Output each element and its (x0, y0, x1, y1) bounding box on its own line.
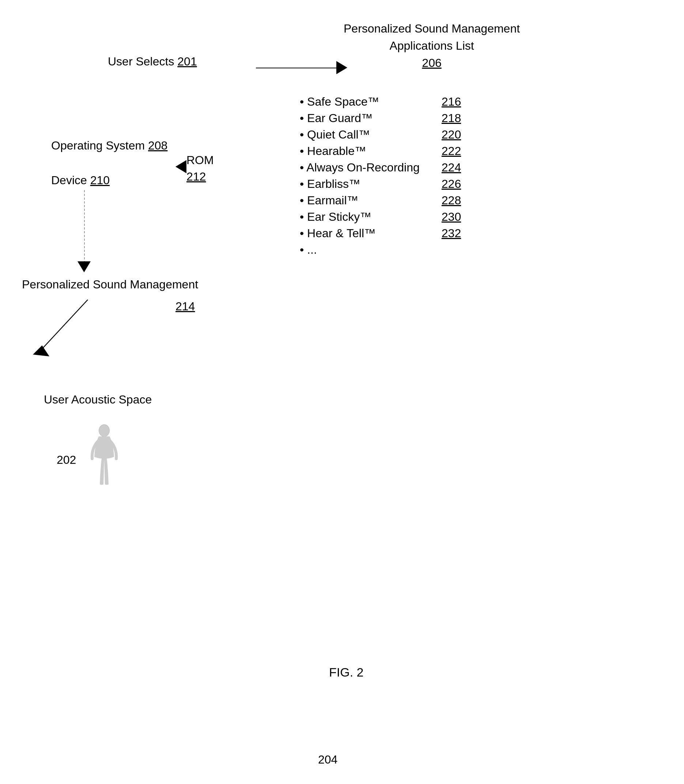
app-name-8: • Hear & Tell™ (300, 227, 376, 240)
person-num-label: 202 (56, 453, 76, 467)
app-list-item: • Hear & Tell™232 (300, 227, 461, 240)
psm-main-text: Personalized Sound Management (22, 278, 198, 291)
psm-num: 214 (176, 300, 195, 313)
arrow-shaft-h (256, 68, 340, 68)
arrow-left-rom (176, 160, 186, 173)
arrow-down-device (77, 261, 91, 272)
user-selects-text: User Selects (108, 55, 174, 68)
app-num-5: 226 (442, 177, 461, 191)
os-label: Operating System 208 (51, 139, 168, 153)
fig-caption-text: FIG. 2 (329, 665, 363, 679)
user-selects-num: 201 (177, 55, 197, 68)
fig-caption: FIG. 2 (329, 665, 363, 679)
app-name-6: • Earmail™ (300, 194, 359, 207)
app-list-item: • ... (300, 243, 461, 257)
app-name-1: • Ear Guard™ (300, 111, 373, 125)
rom-label: ROM (186, 153, 214, 167)
dashed-line-device (84, 190, 85, 263)
user-selects-label: User Selects 201 (108, 55, 197, 68)
user-acoustic-space-text: User Acoustic Space (44, 393, 152, 406)
app-name-3: • Hearable™ (300, 144, 366, 158)
rom-num: 212 (186, 170, 206, 183)
page-num: 204 (318, 753, 337, 766)
psm-main-label: Personalized Sound Management (22, 278, 198, 291)
app-list: • Safe Space™216• Ear Guard™218• Quiet C… (300, 95, 461, 259)
app-num-1: 218 (442, 111, 461, 125)
psm-title-line2: Applications List (389, 39, 474, 52)
person-figure (88, 424, 121, 497)
app-list-item: • Ear Sticky™230 (300, 210, 461, 224)
app-list-item: • Earmail™228 (300, 194, 461, 207)
app-list-item: • Quiet Call™220 (300, 128, 461, 142)
diagram-container: User Selects 201 Personalized Sound Mana… (0, 0, 684, 784)
app-name-0: • Safe Space™ (300, 95, 379, 109)
device-num: 210 (90, 174, 110, 187)
device-label: Device 210 (51, 174, 110, 187)
app-name-4: • Always On-Recording (300, 161, 420, 174)
app-list-item: • Hearable™222 (300, 144, 461, 158)
device-text: Device (51, 174, 87, 187)
app-name-2: • Quiet Call™ (300, 128, 370, 142)
rom-text: ROM (186, 153, 214, 167)
app-num-2: 220 (442, 128, 461, 142)
app-list-item: • Earbliss™226 (300, 177, 461, 191)
app-name-5: • Earbliss™ (300, 177, 360, 191)
app-num-7: 230 (442, 210, 461, 224)
os-text: Operating System (51, 139, 145, 152)
psm-app-list-title: Personalized Sound Management Applicatio… (344, 22, 520, 63)
svg-point-3 (99, 425, 109, 436)
app-list-item: • Ear Guard™218 (300, 111, 461, 125)
app-list-item: • Safe Space™216 (300, 95, 461, 109)
user-acoustic-space-label: User Acoustic Space (44, 393, 152, 406)
app-name-9: • ... (300, 243, 317, 257)
psm-num-label: 214 (176, 300, 195, 313)
os-num: 208 (148, 139, 168, 152)
app-num-6: 228 (442, 194, 461, 207)
svg-marker-1 (33, 345, 49, 356)
person-num: 202 (56, 453, 76, 466)
app-list-item: • Always On-Recording224 (300, 161, 461, 174)
rom-num-label: 212 (186, 170, 206, 184)
page-num-label: 204 (318, 753, 337, 766)
app-num-0: 216 (442, 95, 461, 109)
diag-arrow-svg (22, 292, 102, 373)
psm-list-num: 206 (422, 56, 441, 69)
app-num-8: 232 (442, 227, 461, 240)
app-num-4: 224 (442, 161, 461, 174)
app-name-7: • Ear Sticky™ (300, 210, 371, 224)
svg-line-0 (40, 300, 88, 351)
app-num-3: 222 (442, 144, 461, 158)
psm-title-line1: Personalized Sound Management (344, 22, 520, 35)
